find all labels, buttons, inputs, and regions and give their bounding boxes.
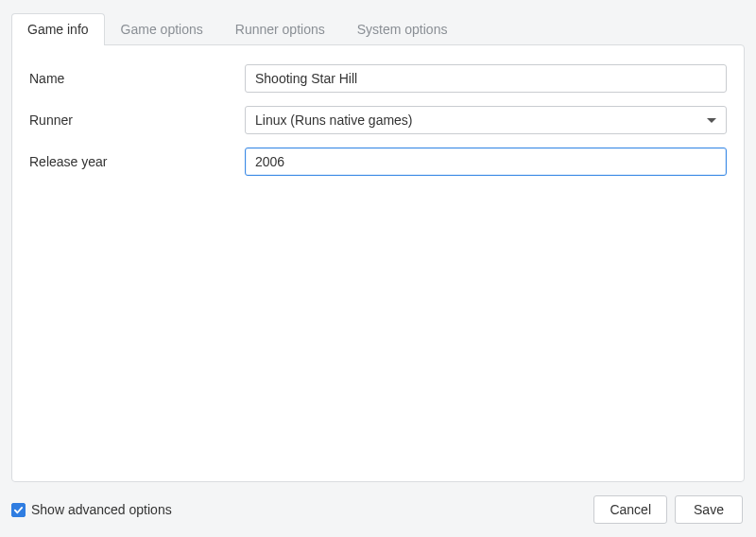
cancel-button[interactable]: Cancel [593,495,667,524]
tab-label: System options [357,22,448,37]
game-properties-dialog: Game info Game options Runner options Sy… [0,0,756,537]
label-release-year: Release year [29,154,245,169]
runner-select-value: Linux (Runs native games) [255,113,413,128]
tab-label: Runner options [235,22,325,37]
tab-runner-options[interactable]: Runner options [219,13,341,45]
release-year-input[interactable] [245,147,727,176]
show-advanced-checkbox[interactable]: Show advanced options [11,502,172,517]
tab-game-info[interactable]: Game info [11,13,105,45]
tab-system-options[interactable]: System options [341,13,464,45]
show-advanced-label: Show advanced options [31,502,172,517]
dialog-footer: Show advanced options Cancel Save [0,482,756,537]
save-button[interactable]: Save [675,495,743,524]
tab-strip: Game info Game options Runner options Sy… [0,0,756,45]
name-input[interactable] [245,64,727,93]
label-runner: Runner [29,113,245,128]
tab-label: Game info [27,22,89,37]
row-name: Name [29,64,727,93]
label-name: Name [29,71,245,86]
checkbox-checked-icon [11,503,26,517]
tab-game-options[interactable]: Game options [105,13,219,45]
tab-panel-game-info: Name Runner Linux (Runs native games) Re… [11,44,745,482]
chevron-down-icon [707,118,716,123]
tab-label: Game options [121,22,203,37]
runner-select[interactable]: Linux (Runs native games) [245,106,727,134]
row-release-year: Release year [29,147,727,176]
row-runner: Runner Linux (Runs native games) [29,106,727,134]
